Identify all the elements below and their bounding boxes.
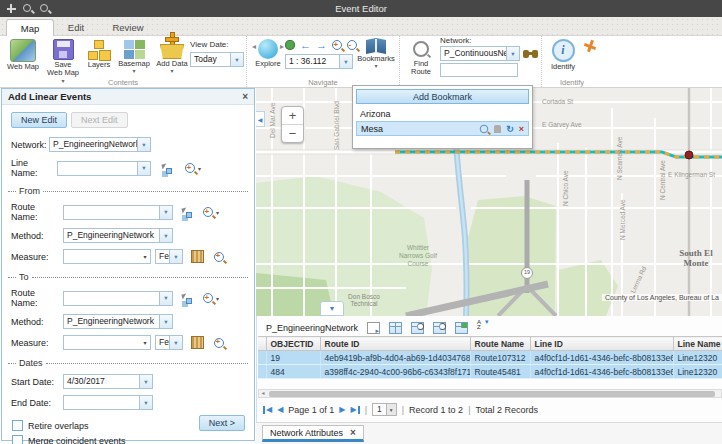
from-route-name-caret-icon[interactable]	[159, 206, 172, 219]
to-measure-input[interactable]: ▾	[63, 335, 151, 350]
zoom-to-bookmark-icon[interactable]	[480, 124, 489, 133]
row-selector[interactable]	[258, 365, 266, 379]
bookmarks-button[interactable]: Bookmarks	[355, 38, 397, 68]
bookmark-item-mesa[interactable]: Mesa	[356, 121, 529, 136]
to-units-select[interactable]: Feet	[155, 335, 183, 350]
sort-icon[interactable]: AZ▾	[477, 320, 491, 336]
map-zoom-out-button[interactable]: −	[282, 125, 303, 142]
page-number-select[interactable]: 1	[372, 403, 397, 416]
view-date-caret-icon[interactable]	[230, 53, 243, 66]
page-number-caret-icon[interactable]	[386, 404, 396, 415]
zoom-to-selection-icon[interactable]	[411, 322, 424, 334]
map-scale-select[interactable]: 1 : 36.112	[285, 54, 353, 69]
tab-close-icon[interactable]	[350, 427, 356, 438]
scrollbar-thumb[interactable]	[269, 391, 715, 397]
line-name-caret-icon[interactable]	[137, 162, 150, 175]
layers-button[interactable]: Layers	[84, 40, 114, 69]
show-selected-records-icon[interactable]	[367, 322, 380, 334]
add-bookmark-button[interactable]: Add Bookmark	[356, 89, 529, 104]
route-search-input[interactable]	[440, 63, 518, 77]
from-measure-input[interactable]: ▾	[63, 249, 151, 264]
table-horizontal-scrollbar[interactable]	[258, 389, 722, 398]
from-measure-on-map-icon[interactable]	[191, 250, 204, 263]
start-date-select[interactable]: 4/30/2017	[63, 374, 153, 389]
to-select-route-on-map-icon[interactable]	[181, 293, 193, 304]
previous-extent-icon[interactable]: ←	[300, 40, 311, 50]
refresh-bookmark-icon[interactable]	[506, 125, 514, 133]
merge-coincident-checkbox[interactable]	[12, 435, 23, 444]
network-caret-icon[interactable]	[137, 138, 150, 151]
line-name-select[interactable]	[57, 161, 151, 176]
next-edit-button[interactable]: Next Edit	[71, 112, 128, 128]
from-select-route-on-map-icon[interactable]	[181, 207, 193, 218]
row-selector[interactable]	[258, 351, 266, 365]
to-route-zoom-icon[interactable]: +	[203, 293, 213, 303]
previous-page-icon[interactable]: ◀	[277, 405, 283, 415]
locate-icon[interactable]	[584, 40, 596, 52]
from-units-select[interactable]: Feet	[155, 249, 183, 264]
delete-bookmark-icon[interactable]	[519, 125, 524, 133]
find-route-button[interactable]: Find Route	[405, 39, 437, 77]
to-units-caret-icon[interactable]	[169, 336, 182, 349]
line-zoom-icon[interactable]: +	[185, 163, 195, 173]
add-data-button[interactable]: Add Data	[154, 36, 190, 73]
to-method-caret-icon[interactable]	[159, 315, 172, 328]
pan-to-bookmark-icon[interactable]	[494, 125, 501, 133]
explore-button[interactable]: Explore	[252, 39, 284, 68]
tab-edit[interactable]: Edit	[56, 19, 96, 36]
to-measure-zoom-icon[interactable]: +	[214, 338, 224, 348]
next-extent-icon[interactable]: →	[316, 40, 327, 50]
bookmark-item-arizona[interactable]: Arizona	[356, 107, 529, 120]
start-date-caret-icon[interactable]	[139, 375, 152, 388]
scroll-left-arrow-icon[interactable]	[259, 390, 267, 397]
tab-map[interactable]: Map	[6, 19, 54, 37]
map-scale-caret-icon[interactable]	[339, 55, 352, 68]
next-page-icon[interactable]: ▶	[339, 405, 345, 415]
end-date-caret-icon[interactable]	[139, 396, 152, 409]
refresh-table-icon[interactable]	[455, 322, 468, 334]
tab-network-attributes[interactable]: Network Attributes	[262, 425, 364, 442]
map-zoom-in-button[interactable]: +	[282, 107, 303, 125]
zoom-in-tool-icon[interactable]: +	[332, 40, 342, 50]
end-date-select[interactable]	[63, 395, 153, 410]
basemap-button[interactable]: Basemap	[116, 40, 152, 73]
from-route-zoom-caret-icon[interactable]: ▾	[216, 209, 219, 216]
from-units-caret-icon[interactable]	[169, 250, 182, 263]
to-measure-on-map-icon[interactable]	[191, 336, 204, 349]
collapse-panel-chevron[interactable]	[256, 111, 265, 127]
to-route-zoom-caret-icon[interactable]: ▾	[216, 295, 219, 302]
from-measure-caret-icon[interactable]: ▾	[140, 250, 150, 263]
retire-overlaps-checkbox[interactable]	[12, 420, 23, 431]
select-line-on-map-icon[interactable]	[161, 163, 173, 174]
panel-close-icon[interactable]	[242, 91, 248, 102]
from-method-select[interactable]: P_EngineeringNetwork	[63, 228, 173, 243]
col-line-name[interactable]: Line Name	[673, 337, 722, 351]
collapse-table-chevron[interactable]	[320, 301, 344, 316]
route-network-select[interactable]: P_ContinuousNetwork	[440, 46, 520, 61]
from-measure-zoom-icon[interactable]: +	[214, 252, 224, 262]
new-edit-button[interactable]: New Edit	[11, 112, 67, 128]
next-button[interactable]: Next >	[199, 415, 245, 431]
route-network-caret-icon[interactable]	[506, 47, 519, 60]
network-select[interactable]: P_EngineeringNetwork	[49, 137, 151, 152]
to-measure-caret-icon[interactable]: ▾	[140, 336, 150, 349]
table-row[interactable]: 484 a398ff4c-2940-4c00-96b6-c6343f8f1711…	[258, 365, 722, 379]
line-zoom-caret-icon[interactable]: ▾	[198, 165, 201, 172]
from-route-name-select[interactable]	[63, 205, 173, 220]
col-line-id[interactable]: Line ID	[530, 337, 673, 351]
pan-to-selection-icon[interactable]	[433, 322, 446, 334]
save-web-map-button[interactable]: Save Web Map	[46, 39, 80, 83]
first-page-icon[interactable]: ◀	[263, 405, 272, 415]
from-route-zoom-icon[interactable]: +	[203, 207, 213, 217]
table-view-icon[interactable]	[389, 322, 402, 334]
col-route-name[interactable]: Route Name	[470, 337, 530, 351]
col-objectid[interactable]: OBJECTID	[266, 337, 320, 351]
last-page-icon[interactable]: ▶	[351, 405, 360, 415]
search-routes-binoculars-icon[interactable]	[523, 48, 538, 59]
to-route-name-select[interactable]	[63, 291, 173, 306]
identify-button[interactable]: i Identify	[546, 39, 580, 71]
web-map-button[interactable]: Web Map	[6, 39, 40, 71]
full-extent-globe-icon[interactable]	[285, 40, 295, 50]
view-date-select[interactable]: Today	[190, 52, 244, 67]
col-route-id[interactable]: Route ID	[320, 337, 470, 351]
